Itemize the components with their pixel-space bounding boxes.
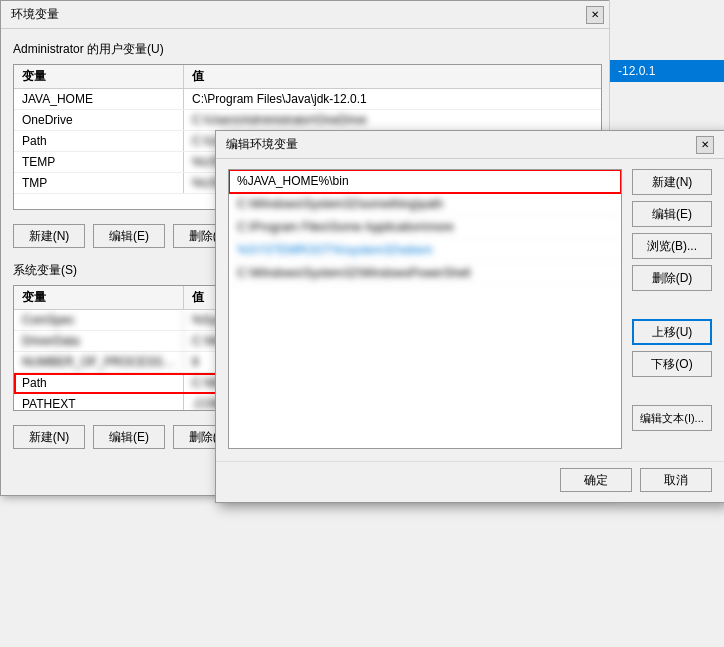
user-edit-button[interactable]: 编辑(E) <box>93 224 165 248</box>
user-var-name: OneDrive <box>14 110 184 130</box>
edit-down-button[interactable]: 下移(O) <box>632 351 712 377</box>
edit-browse-button[interactable]: 浏览(B)... <box>632 233 712 259</box>
list-item[interactable]: %SYSTEMROOT%\system32\wbem <box>229 239 621 262</box>
edit-titlebar-controls: ✕ <box>696 136 714 154</box>
user-col-val-header: 值 <box>184 65 601 88</box>
system-col-var-header: 变量 <box>14 286 184 309</box>
user-section-label: Administrator 的用户变量(U) <box>13 41 602 58</box>
edit-delete-button[interactable]: 删除(D) <box>632 265 712 291</box>
sys-new-button[interactable]: 新建(N) <box>13 425 85 449</box>
edit-env-dialog: 编辑环境变量 ✕ %JAVA_HOME%\bin C:\Windows\Syst… <box>215 130 724 503</box>
sys-var-name: ComSpec <box>14 310 184 330</box>
user-var-value: C:\Program Files\Java\jdk-12.0.1 <box>184 89 601 109</box>
user-var-name: Path <box>14 131 184 151</box>
list-item[interactable]: %JAVA_HOME%\bin <box>229 170 621 193</box>
env-dialog-title: 环境变量 <box>11 6 59 23</box>
edit-new-button[interactable]: 新建(N) <box>632 169 712 195</box>
edit-dialog-footer: 确定 取消 <box>216 461 724 502</box>
sys-var-name: Path <box>14 373 184 393</box>
user-var-value: C:\Users\Administrator\OneDrive <box>184 110 601 130</box>
edit-ok-button[interactable]: 确定 <box>560 468 632 492</box>
edit-dialog-body: %JAVA_HOME%\bin C:\Windows\System32\some… <box>216 159 724 461</box>
edit-action-buttons: 新建(N) 编辑(E) 浏览(B)... 删除(D) 上移(U) 下移(O) 编… <box>632 169 712 449</box>
table-row[interactable]: JAVA_HOME C:\Program Files\Java\jdk-12.0… <box>14 89 601 110</box>
list-item[interactable]: C:\Windows\System32\something\path <box>229 193 621 216</box>
user-col-var-header: 变量 <box>14 65 184 88</box>
edit-close-button[interactable]: ✕ <box>696 136 714 154</box>
user-var-name: TEMP <box>14 152 184 172</box>
sys-var-name: PATHEXT <box>14 394 184 410</box>
sys-edit-button[interactable]: 编辑(E) <box>93 425 165 449</box>
edit-dialog-titlebar: 编辑环境变量 ✕ <box>216 131 724 159</box>
list-item[interactable]: C:\Program Files\Some Application\more <box>229 216 621 239</box>
edit-list: %JAVA_HOME%\bin C:\Windows\System32\some… <box>228 169 622 449</box>
edit-edit-button[interactable]: 编辑(E) <box>632 201 712 227</box>
edit-cancel-button[interactable]: 取消 <box>640 468 712 492</box>
sys-var-name: DriverData <box>14 331 184 351</box>
user-new-button[interactable]: 新建(N) <box>13 224 85 248</box>
table-row[interactable]: OneDrive C:\Users\Administrator\OneDrive <box>14 110 601 131</box>
close-button[interactable]: ✕ <box>586 6 604 24</box>
edit-up-button[interactable]: 上移(U) <box>632 319 712 345</box>
env-dialog-titlebar: 环境变量 ✕ <box>1 1 614 29</box>
user-var-name: JAVA_HOME <box>14 89 184 109</box>
sys-var-name: NUMBER_OF_PROCESSORS <box>14 352 184 372</box>
user-var-name: TMP <box>14 173 184 193</box>
titlebar-controls: ✕ <box>586 6 604 24</box>
edit-text-button[interactable]: 编辑文本(I)... <box>632 405 712 431</box>
edit-dialog-title: 编辑环境变量 <box>226 136 298 153</box>
user-table-header: 变量 值 <box>14 65 601 89</box>
list-item[interactable]: C:\Windows\System32\WindowsPowerShell <box>229 262 621 285</box>
right-panel-entry: -12.0.1 <box>610 60 724 82</box>
